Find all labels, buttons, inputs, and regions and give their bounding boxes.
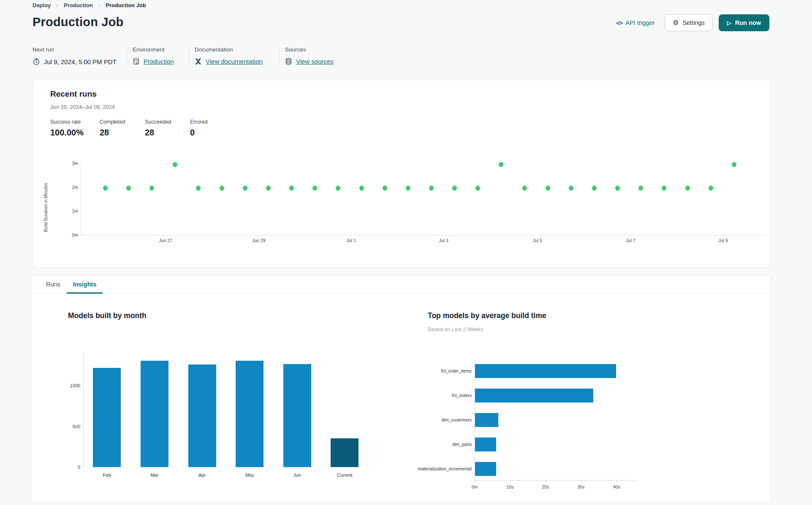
x-category-label: Apr: [185, 473, 219, 478]
month-bar: [283, 364, 311, 467]
x-tick-mark: [475, 481, 475, 482]
run-dot[interactable]: [732, 162, 736, 167]
x-tick-label: 40s: [608, 484, 625, 489]
run-dot[interactable]: [336, 186, 340, 191]
top-models-title: Top models by average build time: [428, 311, 546, 320]
clock-icon: [33, 58, 40, 65]
api-trigger-label: API trigger: [626, 19, 655, 26]
run-dot[interactable]: [569, 186, 573, 191]
dbt-logo-icon: [195, 58, 202, 65]
sources-label: Sources: [285, 46, 334, 53]
run-dot[interactable]: [638, 186, 643, 191]
month-bar: [236, 361, 263, 467]
environment-link[interactable]: Production: [144, 58, 174, 65]
run-dot[interactable]: [522, 186, 527, 191]
x-category-label: Mar: [138, 473, 171, 478]
sources-icon: [285, 58, 292, 65]
y-tick-label: 1m: [67, 208, 78, 213]
x-tick-label: Jul 5: [528, 238, 547, 243]
tab-insights[interactable]: Insights: [67, 276, 103, 294]
api-trigger-link[interactable]: </> API trigger: [616, 19, 654, 26]
code-icon: </>: [616, 20, 623, 26]
run-dot[interactable]: [312, 186, 317, 191]
database-icon: [133, 58, 140, 65]
run-dot[interactable]: [662, 186, 666, 191]
y-tick-label: 3m: [67, 161, 78, 166]
run-dot[interactable]: [546, 186, 550, 191]
run-dot[interactable]: [196, 186, 201, 191]
play-icon: ▷: [727, 20, 731, 26]
x-tick-label: Jul 3: [435, 238, 453, 243]
run-dot[interactable]: [685, 186, 690, 191]
gear-icon: ⚙: [673, 19, 679, 26]
x-tick-label: 20s: [537, 484, 554, 489]
info-environment: Environment Production: [127, 46, 189, 65]
run-dot[interactable]: [359, 186, 364, 191]
x-category-label: Jun: [280, 473, 314, 478]
documentation-label: Documentation: [195, 46, 279, 53]
x-tick-mark: [616, 481, 617, 482]
model-bar: [475, 389, 593, 402]
x-tick-label: 10s: [502, 484, 519, 489]
build-duration-chart: 0m1m2m3mBuild Duration in MinutesJun 27J…: [33, 80, 771, 267]
run-dot[interactable]: [149, 186, 154, 191]
tab-row: Runs Insights: [31, 276, 771, 294]
model-label: fct_order_items: [377, 368, 472, 373]
run-now-button[interactable]: ▷ Run now: [719, 14, 769, 31]
run-dot[interactable]: [709, 186, 713, 191]
y-tick-label: 2m: [67, 185, 78, 190]
model-label: materialization_incremental: [377, 466, 472, 471]
run-dot[interactable]: [429, 186, 434, 191]
x-tick-label: 30s: [573, 484, 589, 489]
settings-button[interactable]: ⚙ Settings: [665, 14, 713, 31]
run-dot[interactable]: [266, 186, 271, 191]
run-dot[interactable]: [499, 162, 503, 167]
breadcrumb-production[interactable]: Production: [64, 2, 93, 8]
x-axis-line: [83, 467, 372, 467]
run-dot[interactable]: [126, 186, 131, 191]
models-by-month-title: Models built by month: [68, 311, 147, 320]
run-dot[interactable]: [103, 186, 108, 191]
breadcrumb-deploy[interactable]: Deploy: [33, 2, 51, 8]
run-dot[interactable]: [289, 186, 294, 191]
info-documentation: Documentation View documentation: [189, 46, 279, 65]
view-sources-link[interactable]: View sources: [296, 58, 334, 65]
run-dot[interactable]: [173, 162, 177, 167]
model-bar: [475, 462, 496, 476]
y-axis-line: [83, 353, 84, 467]
run-dot[interactable]: [406, 186, 410, 191]
x-category-label: Current: [328, 473, 361, 478]
run-dot[interactable]: [220, 186, 224, 191]
y-tick-label: 0m: [67, 232, 78, 238]
model-bar: [475, 437, 496, 451]
model-bar: [475, 413, 498, 427]
x-tick-mark: [546, 481, 546, 482]
view-documentation-link[interactable]: View documentation: [206, 58, 263, 65]
y-tick-label: 500: [64, 424, 80, 429]
x-tick-label: Jul 1: [342, 238, 361, 243]
breadcrumb-production-job: Production Job: [106, 2, 146, 8]
run-dot[interactable]: [452, 186, 457, 191]
model-bar: [475, 364, 616, 378]
run-dot[interactable]: [475, 186, 480, 191]
x-category-label: May: [233, 473, 266, 478]
settings-label: Settings: [682, 19, 704, 26]
chevron-right-icon: ›: [56, 2, 58, 8]
month-bar: [188, 365, 216, 467]
x-axis-line: [475, 480, 636, 481]
model-label: dim_parts: [377, 442, 472, 447]
run-dot[interactable]: [383, 186, 387, 191]
x-tick-mark: [510, 481, 511, 482]
x-tick-label: 0m: [466, 484, 483, 489]
month-bar: [141, 361, 168, 467]
run-dot[interactable]: [615, 186, 620, 191]
next-run-value: Jul 9, 2024, 5:00 PM PDT: [44, 58, 117, 65]
tab-runs[interactable]: Runs: [40, 276, 67, 294]
run-dot[interactable]: [243, 186, 247, 191]
run-dot[interactable]: [592, 186, 597, 191]
month-bar: [331, 438, 358, 467]
y-axis-line: [81, 162, 81, 235]
month-bar: [93, 368, 121, 467]
page-title: Production Job: [33, 15, 123, 29]
insights-card: Runs Insights Models built by month 0500…: [31, 275, 771, 503]
